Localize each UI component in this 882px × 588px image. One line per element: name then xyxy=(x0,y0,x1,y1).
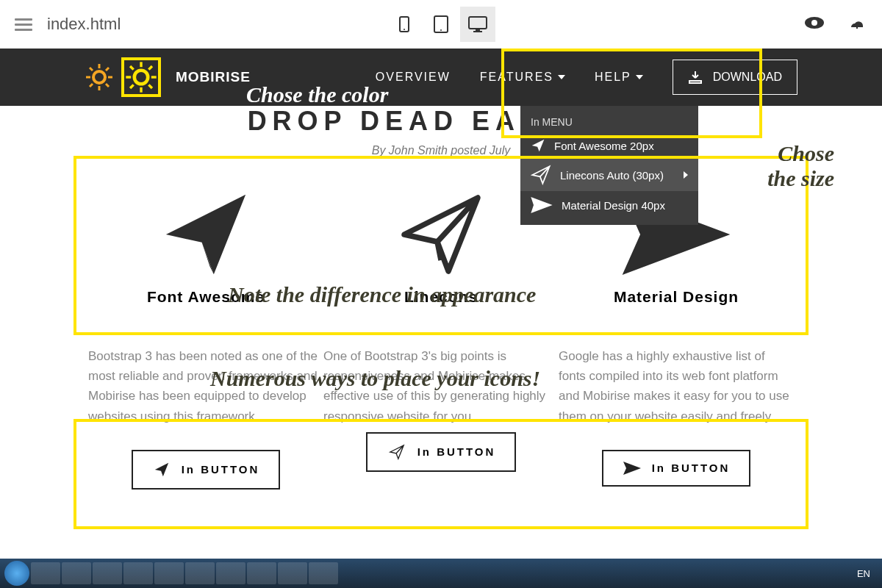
svg-point-1 xyxy=(404,29,405,30)
button-fa[interactable]: In BUTTON xyxy=(132,450,281,490)
download-icon xyxy=(688,71,703,84)
svg-point-18 xyxy=(135,71,148,84)
taskbar-app[interactable] xyxy=(62,562,91,584)
taskbar-app[interactable] xyxy=(309,562,338,584)
download-button[interactable]: DOWNLOAD xyxy=(673,60,797,95)
svg-line-23 xyxy=(130,66,134,70)
svg-point-8 xyxy=(811,20,817,26)
windows-taskbar: EN xyxy=(0,559,882,588)
svg-line-25 xyxy=(130,85,134,88)
svg-point-9 xyxy=(93,71,105,83)
menu-icon[interactable] xyxy=(15,18,32,31)
send-icon xyxy=(623,462,642,475)
annotation-color: Chose the color xyxy=(246,82,388,107)
tablet-icon[interactable] xyxy=(423,7,459,42)
col-title-material: Material Design xyxy=(559,288,794,306)
chevron-down-icon xyxy=(558,75,565,79)
publish-icon[interactable] xyxy=(847,15,867,33)
button-linecons[interactable]: In BUTTON xyxy=(366,432,517,472)
filename-label: index.html xyxy=(47,15,121,34)
svg-line-16 xyxy=(90,84,93,87)
site-navbar: MOBIRISE OVERVIEW FEATURES HELP DOWNLOAD… xyxy=(0,49,882,106)
svg-rect-5 xyxy=(476,29,480,31)
preview-icon[interactable] xyxy=(804,16,825,32)
chevron-right-icon xyxy=(684,171,688,179)
dropdown-header: In MENU xyxy=(520,112,698,132)
send-icon xyxy=(531,197,553,213)
svg-line-14 xyxy=(90,68,93,71)
paper-plane-icon xyxy=(531,165,551,185)
taskbar-app[interactable] xyxy=(278,562,307,584)
paper-plane-icon xyxy=(151,187,261,282)
svg-line-26 xyxy=(148,66,152,70)
svg-line-17 xyxy=(106,68,109,71)
annotation-ways: Numerous ways to place your icons! xyxy=(210,366,540,391)
taskbar-app[interactable] xyxy=(31,562,60,584)
paper-plane-icon xyxy=(386,190,496,279)
column-linecons: Linecons One of Bootstrap 3's big points… xyxy=(323,187,559,490)
brand-label: MOBIRISE xyxy=(176,69,251,85)
mobile-icon[interactable] xyxy=(387,7,422,42)
svg-line-24 xyxy=(148,85,152,88)
svg-point-3 xyxy=(440,29,442,31)
taskbar-app[interactable] xyxy=(216,562,245,584)
col-desc-material: Google has a highly exhaustive list of f… xyxy=(559,346,794,426)
column-fa: Font Awesome Bootstrap 3 has been noted … xyxy=(88,187,323,490)
taskbar-app[interactable] xyxy=(93,562,122,584)
nav-help[interactable]: HELP xyxy=(595,71,643,84)
chevron-down-icon xyxy=(636,75,643,79)
app-topbar: index.html xyxy=(0,0,882,49)
taskbar-app[interactable] xyxy=(123,562,153,584)
language-indicator[interactable]: EN xyxy=(850,568,878,579)
paper-plane-icon xyxy=(387,444,407,460)
taskbar-app[interactable] xyxy=(154,562,184,584)
annotation-size: Chosethe size xyxy=(767,141,834,191)
button-material[interactable]: In BUTTON xyxy=(602,450,751,487)
dropdown-item-material[interactable]: Material Design 40px xyxy=(520,191,698,219)
taskbar-app[interactable] xyxy=(185,562,215,584)
start-button[interactable] xyxy=(4,561,29,586)
features-dropdown: In MENU Font Awesome 20px Linecons Auto … xyxy=(520,106,698,225)
color-highlight-box xyxy=(121,57,161,97)
dropdown-item-fa[interactable]: Font Awesome 20px xyxy=(520,132,698,159)
column-material: Material Design Google has a highly exha… xyxy=(559,187,794,490)
sun-icon-orange xyxy=(85,62,114,92)
svg-rect-6 xyxy=(473,31,482,32)
paper-plane-icon xyxy=(152,462,171,478)
sun-icon-yellow xyxy=(124,60,158,94)
svg-line-15 xyxy=(106,84,109,87)
dropdown-item-linecons[interactable]: Linecons Auto (30px) xyxy=(520,159,698,191)
svg-rect-4 xyxy=(469,17,487,29)
nav-features[interactable]: FEATURES xyxy=(480,71,565,84)
desktop-icon[interactable] xyxy=(460,7,495,42)
taskbar-app[interactable] xyxy=(247,562,276,584)
paper-plane-icon xyxy=(531,138,545,153)
annotation-diff: Note the difference in appearance xyxy=(228,282,536,307)
